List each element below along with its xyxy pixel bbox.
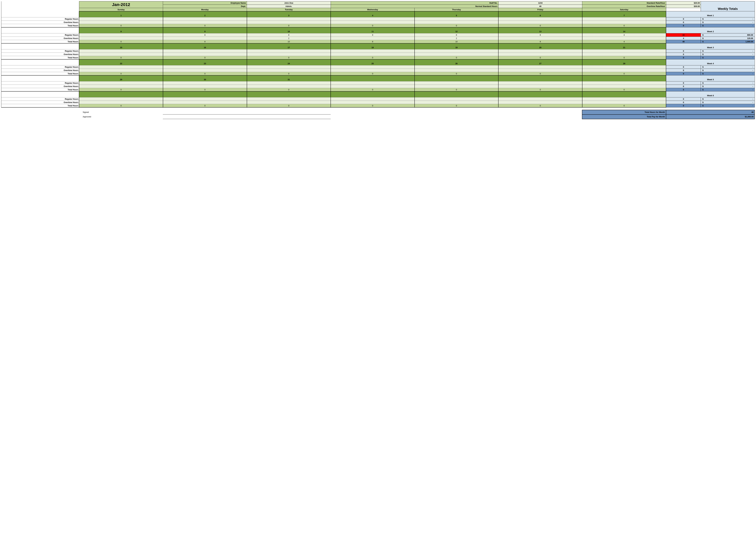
regular-hours-cell[interactable] xyxy=(79,33,163,37)
regular-hours-cell[interactable] xyxy=(415,81,498,85)
overtime-hours-cell[interactable] xyxy=(163,53,247,56)
regular-hours-cell[interactable] xyxy=(415,50,498,53)
regular-hours-cell[interactable] xyxy=(163,50,247,53)
regular-hours-cell[interactable]: 4 xyxy=(582,33,666,37)
overtime-hours-cell[interactable] xyxy=(582,69,666,72)
regular-hours-cell[interactable] xyxy=(498,97,582,101)
staff-no-value[interactable]: 1234 xyxy=(498,1,582,5)
overtime-hours-cell[interactable] xyxy=(79,101,163,104)
overtime-hours-cell[interactable] xyxy=(498,85,582,88)
regular-hours-cell[interactable] xyxy=(582,17,666,21)
ot-rate-value[interactable]: $30.00 xyxy=(666,5,701,8)
week-overtime-amount: $- xyxy=(701,101,755,104)
regular-hours-cell[interactable] xyxy=(163,97,247,101)
regular-hours-cell[interactable] xyxy=(331,17,415,21)
overtime-hours-cell[interactable] xyxy=(582,85,666,88)
approved-line[interactable] xyxy=(163,114,330,119)
overtime-hours-cell[interactable] xyxy=(582,21,666,24)
regular-hours-cell[interactable] xyxy=(498,17,582,21)
regular-hours-cell[interactable] xyxy=(331,66,415,69)
regular-hours-cell[interactable] xyxy=(79,66,163,69)
regular-hours-cell[interactable]: 8 xyxy=(415,33,498,37)
regular-hours-cell[interactable] xyxy=(79,50,163,53)
regular-hours-cell[interactable] xyxy=(247,81,331,85)
regular-hours-cell[interactable] xyxy=(79,97,163,101)
overtime-hours-cell[interactable] xyxy=(247,85,331,88)
regular-hours-cell[interactable] xyxy=(582,66,666,69)
regular-hours-cell[interactable] xyxy=(247,17,331,21)
overtime-hours-cell[interactable] xyxy=(415,21,498,24)
regular-hours-cell[interactable]: 8 xyxy=(247,33,331,37)
overtime-hours-cell[interactable] xyxy=(79,69,163,72)
signed-line[interactable] xyxy=(163,110,330,114)
overtime-hours-cell[interactable] xyxy=(79,53,163,56)
overtime-hours-cell[interactable] xyxy=(247,101,331,104)
overtime-hours-cell[interactable] xyxy=(247,21,331,24)
regular-hours-cell[interactable] xyxy=(247,50,331,53)
regular-hours-cell[interactable] xyxy=(247,66,331,69)
overtime-hours-cell[interactable] xyxy=(331,69,415,72)
regular-hours-cell[interactable] xyxy=(498,66,582,69)
regular-hours-cell[interactable] xyxy=(582,50,666,53)
overtime-hours-cell[interactable] xyxy=(79,85,163,88)
overtime-hours-cell[interactable] xyxy=(498,21,582,24)
regular-hours-cell[interactable] xyxy=(331,81,415,85)
overtime-hours-cell[interactable] xyxy=(163,69,247,72)
regular-hours-cell[interactable] xyxy=(163,66,247,69)
overtime-hours-cell[interactable] xyxy=(331,53,415,56)
overtime-hours-cell[interactable] xyxy=(331,101,415,104)
overtime-hours-cell[interactable] xyxy=(498,101,582,104)
regular-hours-cell[interactable] xyxy=(582,81,666,85)
overtime-hours-cell[interactable] xyxy=(331,37,415,40)
overtime-hours-cell[interactable] xyxy=(582,101,666,104)
regular-hours-cell[interactable] xyxy=(163,81,247,85)
overtime-hours-cell[interactable] xyxy=(247,69,331,72)
regular-hours-cell[interactable] xyxy=(79,81,163,85)
regular-hours-cell[interactable] xyxy=(163,17,247,21)
overtime-hours-cell[interactable]: 2 xyxy=(415,37,498,40)
overtime-hours-cell[interactable]: 2 xyxy=(247,37,331,40)
overtime-hours-cell[interactable] xyxy=(163,21,247,24)
employee-name-value[interactable]: John Doe xyxy=(247,1,331,5)
regular-hours-cell[interactable] xyxy=(415,66,498,69)
regular-hours-cell[interactable]: 8 xyxy=(163,33,247,37)
overtime-hours-cell[interactable] xyxy=(163,37,247,40)
overtime-hours-cell[interactable] xyxy=(163,85,247,88)
regular-hours-cell[interactable] xyxy=(582,97,666,101)
overtime-hours-cell[interactable] xyxy=(331,85,415,88)
overtime-hours-cell[interactable] xyxy=(498,69,582,72)
overtime-hours-cell[interactable] xyxy=(498,53,582,56)
overtime-hours-cell[interactable] xyxy=(582,37,666,40)
day-number: 4 xyxy=(331,11,415,17)
footer-table: Signed Total Hours for Month 48 Approved… xyxy=(1,110,755,119)
blank-cell xyxy=(1,5,79,8)
week-overtime-hours: 0 xyxy=(666,53,701,56)
overtime-hours-cell[interactable] xyxy=(163,101,247,104)
overtime-hours-cell[interactable] xyxy=(415,101,498,104)
regular-hours-cell[interactable]: 8 xyxy=(331,33,415,37)
overtime-hours-cell[interactable] xyxy=(415,69,498,72)
normal-hours-value[interactable]: 40 xyxy=(498,5,582,8)
regular-hours-cell[interactable] xyxy=(79,17,163,21)
regular-hours-cell[interactable] xyxy=(247,97,331,101)
regular-hours-cell[interactable] xyxy=(331,97,415,101)
overtime-hours-cell[interactable] xyxy=(79,21,163,24)
overtime-hours-cell[interactable] xyxy=(582,53,666,56)
regular-hours-cell[interactable] xyxy=(415,17,498,21)
overtime-hours-cell[interactable] xyxy=(331,21,415,24)
day-number xyxy=(498,91,582,97)
regular-hours-cell[interactable] xyxy=(498,81,582,85)
regular-hours-cell[interactable] xyxy=(415,97,498,101)
regular-hours-cell[interactable] xyxy=(331,50,415,53)
overtime-hours-cell[interactable] xyxy=(247,53,331,56)
overtime-hours-cell[interactable] xyxy=(79,37,163,40)
total-hours-cell: 10 xyxy=(247,40,331,43)
overtime-hours-cell[interactable] xyxy=(415,85,498,88)
regular-hours-cell[interactable]: 8 xyxy=(498,33,582,37)
std-rate-value[interactable]: $20.00 xyxy=(666,1,701,5)
overtime-hours-cell[interactable] xyxy=(415,53,498,56)
overtime-hours-cell[interactable] xyxy=(498,37,582,40)
regular-hours-cell[interactable] xyxy=(498,50,582,53)
dept-value[interactable]: Admin. xyxy=(247,5,331,8)
total-hours-cell: 0 xyxy=(79,104,163,107)
